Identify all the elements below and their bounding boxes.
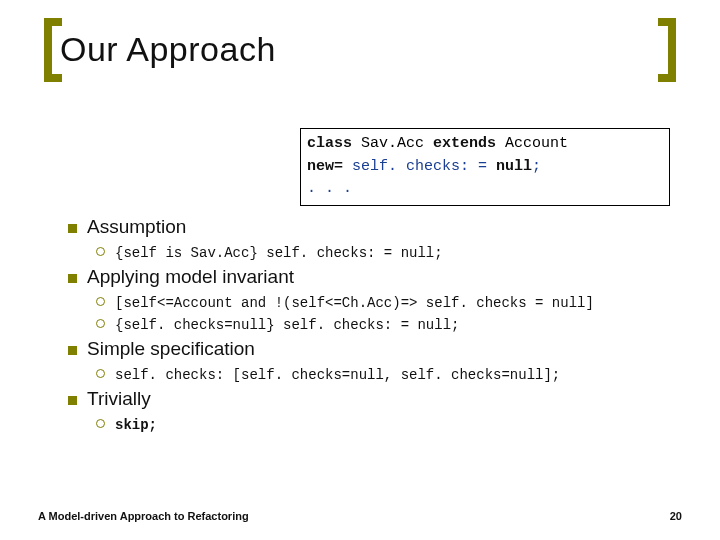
circle-bullet-icon [96,319,105,328]
code-text: Account [496,135,568,152]
keyword-new: new= [307,158,343,175]
code-text: Sav.Acc [352,135,433,152]
keyword-class: class [307,135,352,152]
square-bullet-icon [68,224,77,233]
slide: Our Approach class Sav.Acc extends Accou… [0,0,720,540]
sub-item: [self<=Account and !(self<=Ch.Acc)=> sel… [68,291,690,310]
section-heading: Applying model invariant [87,266,294,288]
code-text: ; [532,158,541,175]
code-line: [self<=Account and !(self<=Ch.Acc)=> sel… [115,295,594,311]
section-heading: Trivially [87,388,151,410]
keyword-null: null [496,158,532,175]
sub-item: {self. checks=null} self. checks: = null… [68,313,690,332]
square-bullet-icon [68,346,77,355]
code-line: {self is Sav.Acc} self. checks: = null; [115,245,443,261]
page-number: 20 [670,510,682,522]
circle-bullet-icon [96,297,105,306]
circle-bullet-icon [96,247,105,256]
code-line: self. checks: [self. checks=null, self. … [115,367,560,383]
code-text: self. checks: = [343,158,496,175]
sub-item: {self is Sav.Acc} self. checks: = null; [68,241,690,260]
bullet-assumption: Assumption [68,216,690,238]
code-line: skip; [115,417,157,433]
code-box: class Sav.Acc extends Account new= self.… [300,128,670,206]
section-heading: Assumption [87,216,186,238]
square-bullet-icon [68,274,77,283]
code-line-1: class Sav.Acc extends Account [307,133,663,156]
footer-text: A Model-driven Approach to Refactoring [38,510,249,522]
code-line-3: . . . [307,178,663,201]
bullet-trivially: Trivially [68,388,690,410]
content-area: Assumption {self is Sav.Acc} self. check… [68,210,690,435]
footer: A Model-driven Approach to Refactoring 2… [38,510,682,522]
sub-item: self. checks: [self. checks=null, self. … [68,363,690,382]
bullet-invariant: Applying model invariant [68,266,690,288]
page-title: Our Approach [60,30,660,69]
code-line-2: new= self. checks: = null; [307,156,663,179]
sub-item: skip; [68,413,690,432]
bullet-simple-spec: Simple specification [68,338,690,360]
circle-bullet-icon [96,369,105,378]
code-line: {self. checks=null} self. checks: = null… [115,317,459,333]
square-bullet-icon [68,396,77,405]
circle-bullet-icon [96,419,105,428]
section-heading: Simple specification [87,338,255,360]
keyword-extends: extends [433,135,496,152]
